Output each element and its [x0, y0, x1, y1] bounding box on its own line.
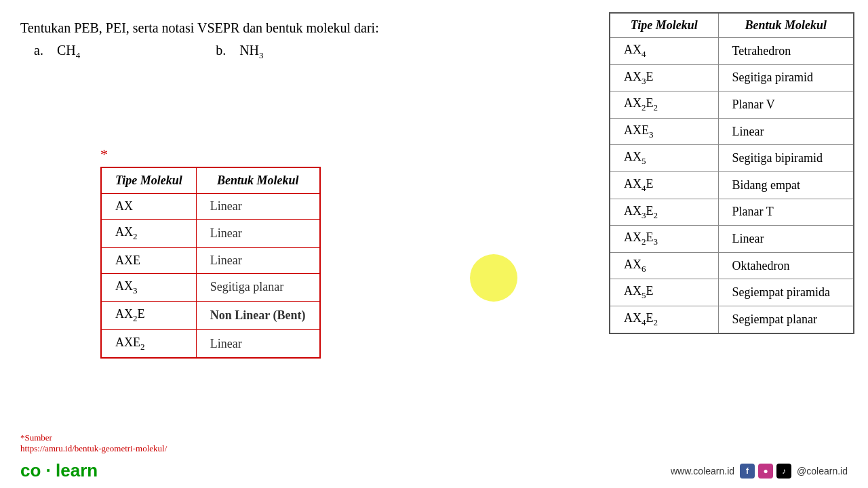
yellow-circle-highlight: [470, 254, 517, 302]
asterisk-mark: *: [100, 146, 321, 163]
table-row: AX6 Oktahedron: [610, 252, 854, 279]
table-row: AX4E2 Segiempat planar: [610, 306, 854, 333]
social-icons: f ● ♪: [740, 464, 791, 479]
table-row: AX2E3 Linear: [610, 226, 854, 253]
molecule-type: AXE2: [101, 329, 196, 358]
molecule-type: AX4E2: [610, 306, 718, 333]
website-url: www.colearn.id: [671, 466, 734, 476]
molecule-shape: Segitiga bipiramid: [718, 145, 854, 172]
table-row: AX2 Linear: [101, 220, 320, 248]
molecule-type: AX2E3: [610, 226, 718, 253]
molecule-type: AX6: [610, 252, 718, 279]
molecule-type: AX3E: [610, 64, 718, 92]
table-row: AX3 Segitiga planar: [101, 273, 320, 302]
table-row: AX4E Bidang empat: [610, 171, 854, 199]
molecule-type: AX3: [101, 273, 196, 302]
molecule-shape: Tetrahedron: [718, 38, 854, 65]
table-row: AX Linear: [101, 194, 320, 220]
source-reference: *Sumber https://amru.id/bentuk-geometri-…: [20, 432, 167, 454]
sub-question-a: a. CH4: [34, 43, 80, 61]
left-vsepr-table: Tipe Molekul Bentuk Molekul AX Linear AX…: [100, 167, 321, 359]
left-table-header-type: Tipe Molekul: [101, 167, 196, 194]
molecule-type: AX3E2: [610, 199, 718, 226]
molecule-shape: Linear: [196, 247, 319, 273]
instagram-icon: ●: [758, 464, 773, 479]
molecule-shape: Planar V: [718, 92, 854, 119]
molecule-type: AX5E: [610, 279, 718, 306]
table-row: AX2E Non Linear (Bent): [101, 302, 320, 330]
molecule-shape: Bidang empat: [718, 171, 854, 199]
molecule-shape: Linear: [196, 329, 319, 358]
molecule-shape: Segitiga planar: [196, 273, 319, 302]
table-row: AX3E Segitiga piramid: [610, 64, 854, 92]
molecule-shape: Segiempat planar: [718, 306, 854, 333]
table-row: AX3E2 Planar T: [610, 199, 854, 226]
sub-question-b: b. NH3: [216, 43, 263, 61]
table-row: AX2E2 Planar V: [610, 92, 854, 119]
molecule-type: AX: [101, 194, 196, 220]
right-table-header-type: Tipe Molekul: [610, 13, 718, 38]
footer: co · learn www.colearn.id f ● ♪ @colearn…: [0, 460, 868, 481]
logo-dot: ·: [41, 460, 56, 481]
left-table-header-shape: Bentuk Molekul: [196, 167, 319, 194]
molecule-shape: Linear: [718, 226, 854, 253]
molecule-shape: Non Linear (Bent): [196, 302, 319, 330]
right-vsepr-table: Tipe Molekul Bentuk Molekul AX4 Tetrahed…: [609, 12, 854, 334]
source-url[interactable]: https://amru.id/bentuk-geometri-molekul/: [20, 443, 167, 454]
colearn-logo: co · learn: [20, 460, 98, 481]
social-handle: @colearn.id: [797, 466, 848, 476]
molecule-shape: Segiempat piramida: [718, 279, 854, 306]
molecule-type: AX5: [610, 145, 718, 172]
table-row: AXE Linear: [101, 247, 320, 273]
molecule-shape: Oktahedron: [718, 252, 854, 279]
table-row: AX5E Segiempat piramida: [610, 279, 854, 306]
table-row: AXE2 Linear: [101, 329, 320, 358]
molecule-type: AX4E: [610, 171, 718, 199]
molecule-shape: Segitiga piramid: [718, 64, 854, 92]
molecule-type: AXE: [101, 247, 196, 273]
left-table-container: * Tipe Molekul Bentuk Molekul AX Linear …: [100, 146, 321, 359]
molecule-type: AXE3: [610, 118, 718, 145]
molecule-type: AX2: [101, 220, 196, 248]
table-row: AX5 Segitiga bipiramid: [610, 145, 854, 172]
footer-right: www.colearn.id f ● ♪ @colearn.id: [671, 464, 848, 479]
right-table-container: Tipe Molekul Bentuk Molekul AX4 Tetrahed…: [609, 12, 854, 334]
molecule-shape: Planar T: [718, 199, 854, 226]
molecule-type: AX2E2: [610, 92, 718, 119]
source-label: *Sumber: [20, 432, 52, 443]
molecule-type: AX4: [610, 38, 718, 65]
molecule-shape: Linear: [196, 220, 319, 248]
tiktok-icon: ♪: [776, 464, 791, 479]
table-row: AX4 Tetrahedron: [610, 38, 854, 65]
table-row: AXE3 Linear: [610, 118, 854, 145]
molecule-shape: Linear: [718, 118, 854, 145]
facebook-icon: f: [740, 464, 755, 479]
molecule-type: AX2E: [101, 302, 196, 330]
molecule-shape: Linear: [196, 194, 319, 220]
right-table-header-shape: Bentuk Molekul: [718, 13, 854, 38]
